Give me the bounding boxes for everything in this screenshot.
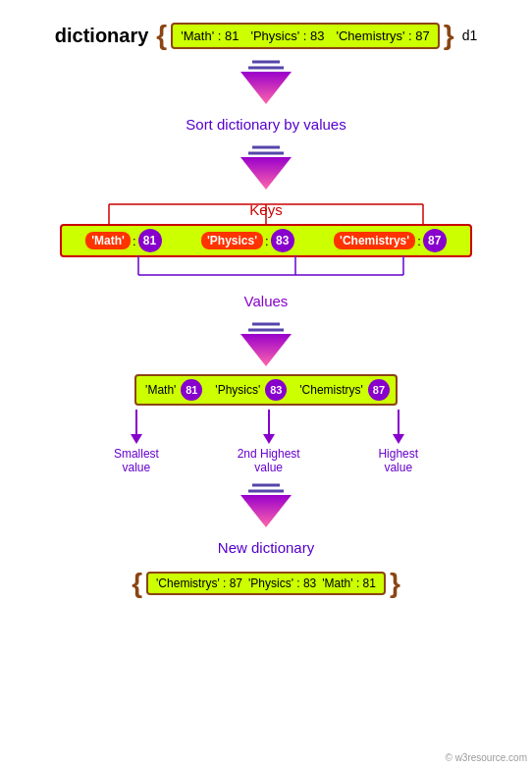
watermark: © w3resource.com: [445, 752, 527, 763]
arrow-svg-4: [239, 480, 293, 529]
keys-lines: [60, 196, 472, 226]
close-curly: }: [444, 20, 454, 51]
svg-marker-5: [240, 157, 292, 190]
sorted-val-2: 83: [265, 379, 287, 401]
kv-val-3: 87: [423, 229, 447, 252]
val-arrow-line-3: [398, 410, 399, 434]
kv-val-1: 81: [138, 229, 162, 252]
keys-values-section: 'Math' : 81 'Physics' : 83 'Chemistrys' …: [0, 224, 532, 257]
svg-marker-16: [240, 334, 292, 366]
val-col-2: 2nd Highestvalue: [238, 410, 300, 474]
values-lines: [60, 255, 472, 285]
final-item-3: 'Math' : 81: [322, 576, 376, 590]
svg-marker-2: [240, 72, 292, 104]
kv-val-2: 83: [271, 229, 294, 252]
d1-label: d1: [462, 27, 478, 43]
val-label-2: 2nd Highestvalue: [238, 447, 300, 474]
sorted-item-1: 'Math' 81: [142, 379, 202, 401]
arrow-svg-1: [239, 57, 293, 106]
value-arrows-section: Smallestvalue 2nd Highestvalue Highestva…: [0, 410, 532, 474]
sorted-box: 'Math' 81 'Physics' 83 'Chemistrys' 87: [134, 374, 398, 406]
kv-item-2: 'Physics' : 83: [201, 229, 294, 252]
val-col-1: Smallestvalue: [114, 410, 159, 474]
kv-key-1: 'Math': [85, 232, 131, 249]
final-dict-row: { 'Chemistrys' : 87 'Physics' : 83 'Math…: [0, 568, 532, 599]
sorted-key-2: 'Physics': [212, 382, 263, 398]
kv-wrapper: 'Math' : 81 'Physics' : 83 'Chemistrys' …: [60, 224, 472, 257]
sorted-item-2: 'Physics' 83: [212, 379, 287, 401]
val-arrow-line-1: [135, 410, 137, 434]
dict-box-1: 'Math' : 81 'Physics' : 83 'Chemistrys' …: [171, 23, 440, 49]
arrow-1: [0, 57, 532, 106]
sorted-val-1: 81: [181, 379, 202, 401]
kv-box: 'Math' : 81 'Physics' : 83 'Chemistrys' …: [60, 224, 472, 257]
val-label-3: Highestvalue: [378, 447, 418, 474]
sorted-section: 'Math' 81 'Physics' 83 'Chemistrys' 87: [0, 374, 532, 406]
step1-label: Sort dictionary by values: [0, 112, 532, 137]
arrow-3: [0, 319, 532, 368]
dict-label: dictionary: [55, 25, 149, 47]
arrow-4: [0, 480, 532, 529]
final-open-curly: {: [132, 568, 142, 599]
kv-key-3: 'Chemistrys': [334, 232, 415, 249]
dict-row-1: dictionary { 'Math' : 81 'Physics' : 83 …: [0, 20, 532, 51]
val-arrow-tip-3: [393, 434, 404, 444]
kv-item-1: 'Math' : 81: [85, 229, 161, 252]
open-curly: {: [156, 20, 167, 51]
val-arrow-line-2: [268, 410, 270, 434]
dict-item-3: 'Chemistrys' : 87: [332, 27, 433, 45]
new-dict-label: New dictionary: [0, 535, 532, 560]
val-arrow-tip-2: [263, 434, 275, 444]
val-col-3: Highestvalue: [378, 410, 418, 474]
svg-marker-19: [240, 495, 292, 527]
kv-key-2: 'Physics': [201, 232, 263, 249]
final-close-curly: }: [390, 568, 400, 599]
dict-item-1: 'Math' : 81: [177, 27, 242, 45]
kv-item-3: 'Chemistrys' : 87: [334, 229, 447, 252]
sorted-val-3: 87: [368, 379, 390, 401]
arrow-2: [0, 142, 532, 192]
arrow-svg-2: [239, 142, 293, 192]
val-label-1: Smallestvalue: [114, 447, 159, 474]
final-item-1: 'Chemistrys' : 87: [156, 576, 242, 590]
step3-label: Values: [0, 289, 532, 313]
val-arrow-tip-1: [131, 434, 142, 444]
sorted-key-1: 'Math': [142, 382, 179, 398]
final-box: 'Chemistrys' : 87 'Physics' : 83 'Math' …: [146, 572, 386, 595]
sorted-item-3: 'Chemistrys' 87: [296, 379, 390, 401]
sorted-key-3: 'Chemistrys': [296, 382, 366, 398]
value-arrows-row: Smallestvalue 2nd Highestvalue Highestva…: [75, 410, 457, 474]
final-item-2: 'Physics' : 83: [248, 576, 316, 590]
dict-item-2: 'Physics' : 83: [246, 27, 328, 45]
arrow-svg-3: [239, 319, 293, 368]
